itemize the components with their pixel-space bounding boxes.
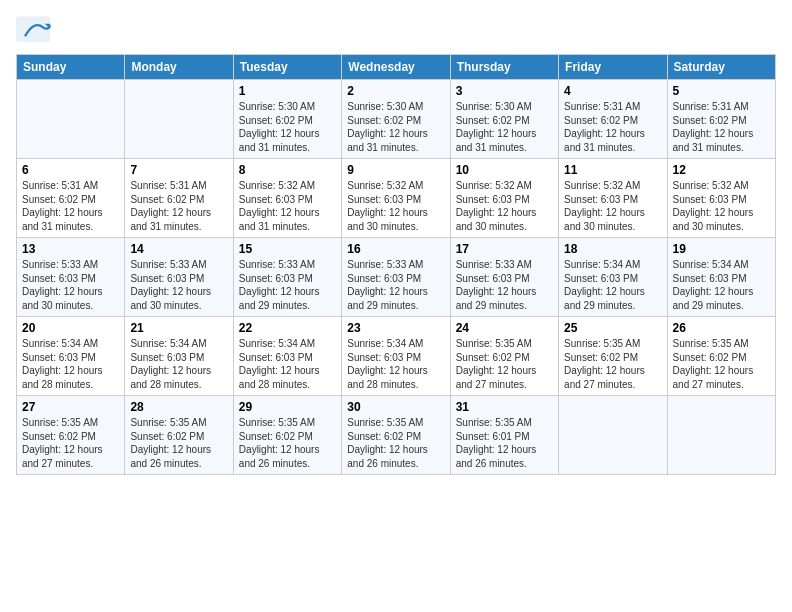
day-cell: 28Sunrise: 5:35 AM Sunset: 6:02 PM Dayli…: [125, 396, 233, 475]
header-wednesday: Wednesday: [342, 55, 450, 80]
day-info: Sunrise: 5:35 AM Sunset: 6:02 PM Dayligh…: [130, 416, 227, 470]
day-info: Sunrise: 5:32 AM Sunset: 6:03 PM Dayligh…: [347, 179, 444, 233]
day-info: Sunrise: 5:34 AM Sunset: 6:03 PM Dayligh…: [22, 337, 119, 391]
day-cell: 24Sunrise: 5:35 AM Sunset: 6:02 PM Dayli…: [450, 317, 558, 396]
day-cell: 29Sunrise: 5:35 AM Sunset: 6:02 PM Dayli…: [233, 396, 341, 475]
week-row-5: 27Sunrise: 5:35 AM Sunset: 6:02 PM Dayli…: [17, 396, 776, 475]
day-number: 19: [673, 242, 770, 256]
header-sunday: Sunday: [17, 55, 125, 80]
day-info: Sunrise: 5:31 AM Sunset: 6:02 PM Dayligh…: [130, 179, 227, 233]
week-row-2: 6Sunrise: 5:31 AM Sunset: 6:02 PM Daylig…: [17, 159, 776, 238]
day-info: Sunrise: 5:33 AM Sunset: 6:03 PM Dayligh…: [130, 258, 227, 312]
day-cell: 1Sunrise: 5:30 AM Sunset: 6:02 PM Daylig…: [233, 80, 341, 159]
day-number: 14: [130, 242, 227, 256]
day-info: Sunrise: 5:35 AM Sunset: 6:02 PM Dayligh…: [456, 337, 553, 391]
day-info: Sunrise: 5:31 AM Sunset: 6:02 PM Dayligh…: [22, 179, 119, 233]
day-number: 18: [564, 242, 661, 256]
day-number: 17: [456, 242, 553, 256]
day-cell: 22Sunrise: 5:34 AM Sunset: 6:03 PM Dayli…: [233, 317, 341, 396]
day-info: Sunrise: 5:30 AM Sunset: 6:02 PM Dayligh…: [347, 100, 444, 154]
day-number: 3: [456, 84, 553, 98]
day-info: Sunrise: 5:33 AM Sunset: 6:03 PM Dayligh…: [347, 258, 444, 312]
day-info: Sunrise: 5:30 AM Sunset: 6:02 PM Dayligh…: [239, 100, 336, 154]
day-number: 11: [564, 163, 661, 177]
day-cell: [17, 80, 125, 159]
day-cell: 23Sunrise: 5:34 AM Sunset: 6:03 PM Dayli…: [342, 317, 450, 396]
header-row: SundayMondayTuesdayWednesdayThursdayFrid…: [17, 55, 776, 80]
day-number: 15: [239, 242, 336, 256]
day-number: 25: [564, 321, 661, 335]
day-info: Sunrise: 5:32 AM Sunset: 6:03 PM Dayligh…: [456, 179, 553, 233]
day-info: Sunrise: 5:33 AM Sunset: 6:03 PM Dayligh…: [22, 258, 119, 312]
day-info: Sunrise: 5:34 AM Sunset: 6:03 PM Dayligh…: [673, 258, 770, 312]
day-number: 16: [347, 242, 444, 256]
day-cell: 2Sunrise: 5:30 AM Sunset: 6:02 PM Daylig…: [342, 80, 450, 159]
day-info: Sunrise: 5:35 AM Sunset: 6:02 PM Dayligh…: [673, 337, 770, 391]
header-tuesday: Tuesday: [233, 55, 341, 80]
header-friday: Friday: [559, 55, 667, 80]
day-number: 26: [673, 321, 770, 335]
day-number: 2: [347, 84, 444, 98]
day-info: Sunrise: 5:31 AM Sunset: 6:02 PM Dayligh…: [564, 100, 661, 154]
day-number: 9: [347, 163, 444, 177]
day-info: Sunrise: 5:35 AM Sunset: 6:01 PM Dayligh…: [456, 416, 553, 470]
day-cell: 18Sunrise: 5:34 AM Sunset: 6:03 PM Dayli…: [559, 238, 667, 317]
day-number: 21: [130, 321, 227, 335]
day-cell: 15Sunrise: 5:33 AM Sunset: 6:03 PM Dayli…: [233, 238, 341, 317]
day-cell: 25Sunrise: 5:35 AM Sunset: 6:02 PM Dayli…: [559, 317, 667, 396]
day-cell: 12Sunrise: 5:32 AM Sunset: 6:03 PM Dayli…: [667, 159, 775, 238]
header-monday: Monday: [125, 55, 233, 80]
day-cell: 27Sunrise: 5:35 AM Sunset: 6:02 PM Dayli…: [17, 396, 125, 475]
week-row-4: 20Sunrise: 5:34 AM Sunset: 6:03 PM Dayli…: [17, 317, 776, 396]
day-number: 13: [22, 242, 119, 256]
header-saturday: Saturday: [667, 55, 775, 80]
day-cell: 31Sunrise: 5:35 AM Sunset: 6:01 PM Dayli…: [450, 396, 558, 475]
day-cell: 6Sunrise: 5:31 AM Sunset: 6:02 PM Daylig…: [17, 159, 125, 238]
day-number: 7: [130, 163, 227, 177]
day-cell: 21Sunrise: 5:34 AM Sunset: 6:03 PM Dayli…: [125, 317, 233, 396]
day-number: 30: [347, 400, 444, 414]
day-info: Sunrise: 5:32 AM Sunset: 6:03 PM Dayligh…: [564, 179, 661, 233]
week-row-1: 1Sunrise: 5:30 AM Sunset: 6:02 PM Daylig…: [17, 80, 776, 159]
day-number: 27: [22, 400, 119, 414]
day-cell: 26Sunrise: 5:35 AM Sunset: 6:02 PM Dayli…: [667, 317, 775, 396]
day-info: Sunrise: 5:33 AM Sunset: 6:03 PM Dayligh…: [456, 258, 553, 312]
day-info: Sunrise: 5:34 AM Sunset: 6:03 PM Dayligh…: [564, 258, 661, 312]
day-number: 28: [130, 400, 227, 414]
day-cell: 3Sunrise: 5:30 AM Sunset: 6:02 PM Daylig…: [450, 80, 558, 159]
day-cell: 4Sunrise: 5:31 AM Sunset: 6:02 PM Daylig…: [559, 80, 667, 159]
day-number: 22: [239, 321, 336, 335]
day-cell: 19Sunrise: 5:34 AM Sunset: 6:03 PM Dayli…: [667, 238, 775, 317]
day-number: 10: [456, 163, 553, 177]
day-cell: 9Sunrise: 5:32 AM Sunset: 6:03 PM Daylig…: [342, 159, 450, 238]
day-number: 29: [239, 400, 336, 414]
day-info: Sunrise: 5:32 AM Sunset: 6:03 PM Dayligh…: [673, 179, 770, 233]
day-cell: [559, 396, 667, 475]
day-info: Sunrise: 5:34 AM Sunset: 6:03 PM Dayligh…: [347, 337, 444, 391]
day-cell: 16Sunrise: 5:33 AM Sunset: 6:03 PM Dayli…: [342, 238, 450, 317]
day-info: Sunrise: 5:35 AM Sunset: 6:02 PM Dayligh…: [564, 337, 661, 391]
header-thursday: Thursday: [450, 55, 558, 80]
day-number: 12: [673, 163, 770, 177]
day-info: Sunrise: 5:30 AM Sunset: 6:02 PM Dayligh…: [456, 100, 553, 154]
day-number: 5: [673, 84, 770, 98]
day-info: Sunrise: 5:34 AM Sunset: 6:03 PM Dayligh…: [239, 337, 336, 391]
day-number: 31: [456, 400, 553, 414]
calendar-table: SundayMondayTuesdayWednesdayThursdayFrid…: [16, 54, 776, 475]
day-number: 1: [239, 84, 336, 98]
day-cell: [667, 396, 775, 475]
day-info: Sunrise: 5:33 AM Sunset: 6:03 PM Dayligh…: [239, 258, 336, 312]
day-number: 20: [22, 321, 119, 335]
day-cell: 10Sunrise: 5:32 AM Sunset: 6:03 PM Dayli…: [450, 159, 558, 238]
day-number: 4: [564, 84, 661, 98]
week-row-3: 13Sunrise: 5:33 AM Sunset: 6:03 PM Dayli…: [17, 238, 776, 317]
day-info: Sunrise: 5:32 AM Sunset: 6:03 PM Dayligh…: [239, 179, 336, 233]
logo: [16, 16, 56, 44]
day-number: 24: [456, 321, 553, 335]
day-cell: 7Sunrise: 5:31 AM Sunset: 6:02 PM Daylig…: [125, 159, 233, 238]
day-cell: 20Sunrise: 5:34 AM Sunset: 6:03 PM Dayli…: [17, 317, 125, 396]
day-cell: 13Sunrise: 5:33 AM Sunset: 6:03 PM Dayli…: [17, 238, 125, 317]
day-info: Sunrise: 5:31 AM Sunset: 6:02 PM Dayligh…: [673, 100, 770, 154]
day-cell: 30Sunrise: 5:35 AM Sunset: 6:02 PM Dayli…: [342, 396, 450, 475]
day-number: 6: [22, 163, 119, 177]
